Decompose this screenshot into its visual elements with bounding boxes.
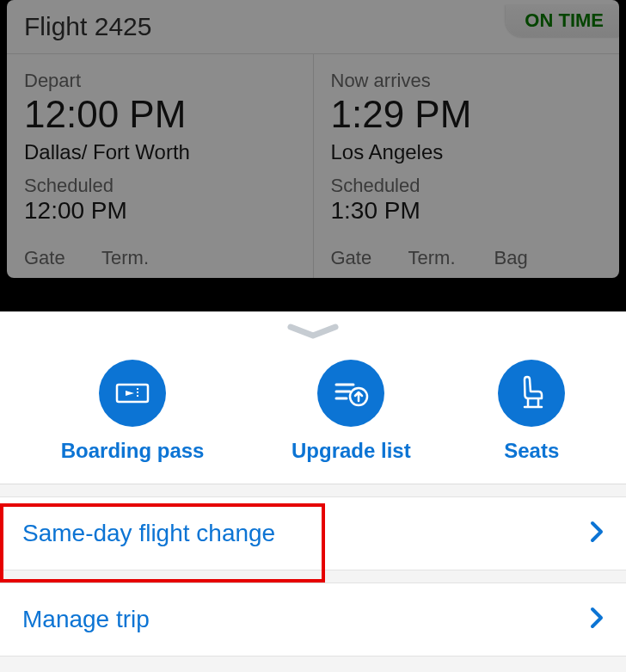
upgrade-list-button[interactable]: Upgrade list [292,360,411,463]
arrive-bag-label: Bag [494,247,563,269]
depart-city: Dallas/ Fort Worth [24,140,296,164]
flight-card-header: Flight 2425 ON TIME [7,0,619,54]
arrive-city: Los Angeles [331,140,603,164]
seats-button[interactable]: Seats [498,360,565,463]
flight-card: Flight 2425 ON TIME Depart 12:00 PM Dall… [7,0,619,278]
chevron-down-icon [287,324,339,339]
arrive-sched-label: Scheduled [331,175,603,197]
boarding-pass-icon [99,360,166,427]
arrive-label: Now arrives [331,70,603,92]
manage-trip-label: Manage trip [22,606,150,633]
bottom-sheet: Boarding pass Upgrade list [0,311,626,672]
same-day-change-item[interactable]: Same-day flight change [0,496,626,570]
seats-label: Seats [504,439,559,463]
sheet-top: Boarding pass Upgrade list [0,311,626,484]
flight-body: Depart 12:00 PM Dallas/ Fort Worth Sched… [7,54,619,278]
upgrade-list-label: Upgrade list [292,439,411,463]
arrive-term-label: Term. [408,247,494,269]
arrive-sched-time: 1:30 PM [331,197,603,225]
depart-gate-label: Gate [24,247,101,269]
arrive-column: Now arrives 1:29 PM Los Angeles Schedule… [314,54,620,278]
depart-sched-label: Scheduled [24,175,296,197]
depart-meta-row: Gate Term. [24,247,296,269]
seats-icon [498,360,565,427]
same-day-change-label: Same-day flight change [22,520,275,547]
arrive-meta-row: Gate Term. Bag [331,247,603,269]
arrive-time: 1:29 PM [331,94,603,135]
depart-column: Depart 12:00 PM Dallas/ Fort Worth Sched… [7,54,314,278]
boarding-pass-label: Boarding pass [61,439,205,463]
depart-label: Depart [24,70,296,92]
depart-term-label: Term. [101,247,187,269]
arrive-gate-label: Gate [331,247,408,269]
depart-time: 12:00 PM [24,94,296,135]
chevron-right-icon [590,521,604,546]
chevron-right-icon [590,607,604,632]
depart-sched-time: 12:00 PM [24,197,296,225]
flight-title: Flight 2425 [24,12,151,41]
status-badge: ON TIME [506,4,619,37]
manage-trip-item[interactable]: Manage trip [0,583,626,657]
sheet-handle[interactable] [0,324,626,339]
upgrade-list-icon [317,360,384,427]
boarding-pass-button[interactable]: Boarding pass [61,360,205,463]
action-row: Boarding pass Upgrade list [0,360,626,463]
